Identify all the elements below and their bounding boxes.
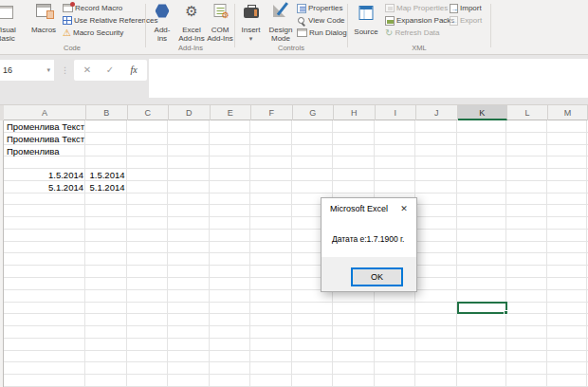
column-header-I[interactable]: I [376,105,417,120]
name-box-caret-icon[interactable]: ▾ [46,60,50,81]
dialog-message: Датата е:1.7.1900 г. [332,234,404,244]
name-box[interactable]: 16 ▾ [0,60,54,81]
fill-handle[interactable] [504,310,508,315]
excel-message-dialog: Microsoft Excel ✕ Датата е:1.7.1900 г. O… [321,197,417,292]
insert-dropdown-caret-icon: ▾ [249,35,253,42]
grid-vertical-line [169,120,210,387]
ok-button[interactable]: OK [351,267,403,286]
add-ins-group-label: Add-Ins [147,43,234,53]
group-divider [234,4,235,47]
xml-group-label: XML [349,43,489,53]
add-ins-hexagon-icon [156,4,170,18]
excel-add-ins-gear-icon: ⚙ [185,4,197,18]
insert-toolbox-icon [244,8,259,18]
xml-source-icon [359,6,374,20]
grid-vertical-line [458,120,507,387]
column-header-E[interactable]: E [211,105,252,120]
cell-A5[interactable]: 1.5.2014 [4,169,86,181]
dialog-footer: OK [322,257,416,291]
excel-window: Visual Basic Macros Record Macro Use Rel… [0,0,588,387]
cell-A6[interactable]: 5.1.2014 [4,181,86,194]
grid-vertical-line [416,120,457,387]
column-header-G[interactable]: G [293,105,335,120]
dialog-title: Microsoft Excel [330,204,388,213]
properties-icon [297,4,306,13]
grid-vertical-line [4,120,85,387]
expansion-packs-button[interactable]: Expansion Packs [385,15,454,27]
code-group-label: Code [0,43,144,53]
column-header-L[interactable]: L [507,105,548,120]
selected-cell-K16[interactable] [457,302,508,315]
formula-bar-buttons: ✕ ✓ fx [74,60,147,81]
export-icon: ← [450,16,458,26]
grid-vertical-line [128,120,169,387]
column-header-D[interactable]: D [169,105,211,120]
close-icon[interactable]: ✕ [397,202,411,215]
map-properties-icon [385,4,395,12]
visual-basic-label-line2: Basic [0,34,15,43]
controls-group-label: Controls [236,43,346,53]
refresh-icon: ↻ [385,28,393,38]
visual-basic-label-line1: Visual [0,26,16,34]
run-dialog-button[interactable]: Run Dialog [297,28,347,39]
group-divider [145,4,146,47]
refresh-data-button: ↻Refresh Data [385,28,440,39]
warning-icon: ⚠ [63,28,71,38]
macros-icon [36,4,51,17]
name-box-value: 16 [3,65,12,75]
import-button[interactable]: →Import [450,3,482,14]
grid-vertical-line [548,120,587,387]
ribbon-developer-tab: Visual Basic Macros Record Macro Use Rel… [0,0,588,55]
relative-references-icon [63,16,72,25]
column-header-H[interactable]: H [334,105,376,120]
cancel-icon[interactable]: ✕ [76,60,99,81]
column-header-F[interactable]: F [251,105,293,120]
group-divider [347,4,348,47]
column-header-K[interactable]: K [458,105,508,120]
insert-function-icon[interactable]: fx [122,60,145,81]
cell-A1[interactable]: Променлива Текст [4,120,86,133]
cell-B6[interactable]: 5.1.2014 [86,181,128,194]
grid-vertical-line [507,120,547,387]
macro-security-button[interactable]: ⚠Macro Security [63,28,123,39]
source-label: Source [351,28,381,36]
use-relative-references-button[interactable]: Use Relative References [63,15,157,27]
column-header-M[interactable]: M [548,105,588,120]
grid-vertical-line [211,120,251,387]
grid-vertical-line [86,120,127,387]
visual-basic-icon [0,6,13,19]
expansion-packs-icon [385,16,395,26]
run-dialog-icon [297,28,307,37]
column-header-A[interactable]: A [4,105,86,120]
com-add-ins-icon: ⚙ [214,4,227,17]
view-code-button[interactable]: View Code [297,15,345,27]
map-properties-button: Map Properties [385,3,448,14]
formula-bar-input[interactable] [149,59,588,98]
cell-A2[interactable]: Променлива Текст [4,133,86,145]
cell-B5[interactable]: 1.5.2014 [86,169,128,181]
view-code-magnifier-icon [297,16,306,26]
cell-A3[interactable]: Променлива [4,145,86,157]
design-mode-icon [273,4,288,17]
column-header-J[interactable]: J [416,105,458,120]
group-divider [490,4,491,47]
import-icon: → [450,4,458,13]
record-macro-icon [63,4,73,12]
record-macro-button[interactable]: Record Macro [63,3,122,14]
worksheet-grid[interactable]: Променлива ТекстПроменлива ТекстПроменли… [0,120,588,387]
macros-label: Macros [26,26,62,34]
column-headers: ABCDEFGHIJKLM [0,104,588,120]
export-button: ←Export [450,15,482,27]
column-header-C[interactable]: C [128,105,170,120]
enter-icon[interactable]: ✓ [99,60,121,81]
grid-vertical-line [251,120,292,387]
column-header-B[interactable]: B [86,105,128,120]
properties-button[interactable]: Properties [297,3,342,14]
formula-bar-resize-dots-icon[interactable]: ⋮ [61,63,68,78]
